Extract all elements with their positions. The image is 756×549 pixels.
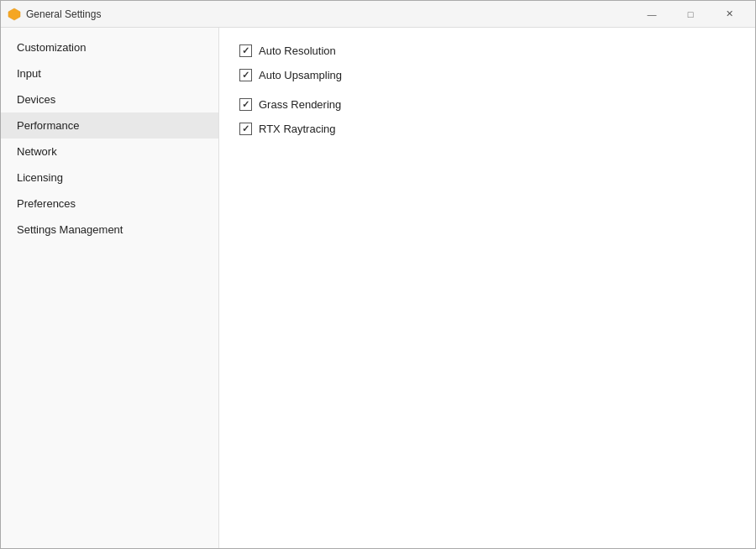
- sidebar-item-network[interactable]: Network: [1, 139, 218, 165]
- sidebar-item-settings-management[interactable]: Settings Management: [1, 217, 218, 243]
- grass-rendering-checkbox[interactable]: [239, 98, 252, 111]
- auto-upsampling-row: Auto Upsampling: [239, 69, 735, 81]
- sidebar-item-preferences[interactable]: Preferences: [1, 191, 218, 217]
- close-button[interactable]: ✕: [710, 1, 748, 28]
- grass-rendering-label[interactable]: Grass Rendering: [259, 98, 341, 111]
- auto-resolution-row: Auto Resolution: [239, 44, 735, 57]
- main-window: General Settings — □ ✕ Customization Inp…: [0, 0, 756, 549]
- minimize-button[interactable]: —: [633, 1, 671, 28]
- sidebar-item-customization[interactable]: Customization: [1, 34, 218, 60]
- sidebar-item-licensing[interactable]: Licensing: [1, 165, 218, 191]
- auto-upsampling-checkbox[interactable]: [239, 69, 252, 81]
- content-area: Customization Input Devices Performance …: [1, 28, 755, 548]
- checkbox-group-2: Grass Rendering RTX Raytracing: [239, 98, 735, 135]
- window-title: General Settings: [26, 8, 633, 20]
- auto-resolution-checkbox[interactable]: [239, 44, 252, 57]
- rtx-raytracing-label[interactable]: RTX Raytracing: [259, 123, 336, 135]
- sidebar-item-performance[interactable]: Performance: [1, 112, 218, 139]
- auto-upsampling-label[interactable]: Auto Upsampling: [259, 69, 342, 81]
- rtx-raytracing-row: RTX Raytracing: [239, 123, 735, 135]
- sidebar-item-input[interactable]: Input: [1, 60, 218, 86]
- grass-rendering-row: Grass Rendering: [239, 98, 735, 111]
- main-panel: Auto Resolution Auto Upsampling Grass Re…: [219, 28, 755, 548]
- checkbox-group-1: Auto Resolution Auto Upsampling: [239, 44, 735, 81]
- window-controls: — □ ✕: [633, 1, 748, 28]
- auto-resolution-label[interactable]: Auto Resolution: [259, 44, 336, 57]
- maximize-button[interactable]: □: [671, 1, 710, 28]
- sidebar-item-devices[interactable]: Devices: [1, 86, 218, 112]
- sidebar: Customization Input Devices Performance …: [1, 28, 219, 548]
- rtx-raytracing-checkbox[interactable]: [239, 123, 252, 135]
- svg-marker-0: [8, 8, 20, 20]
- app-icon: [8, 8, 21, 21]
- title-bar: General Settings — □ ✕: [1, 1, 755, 28]
